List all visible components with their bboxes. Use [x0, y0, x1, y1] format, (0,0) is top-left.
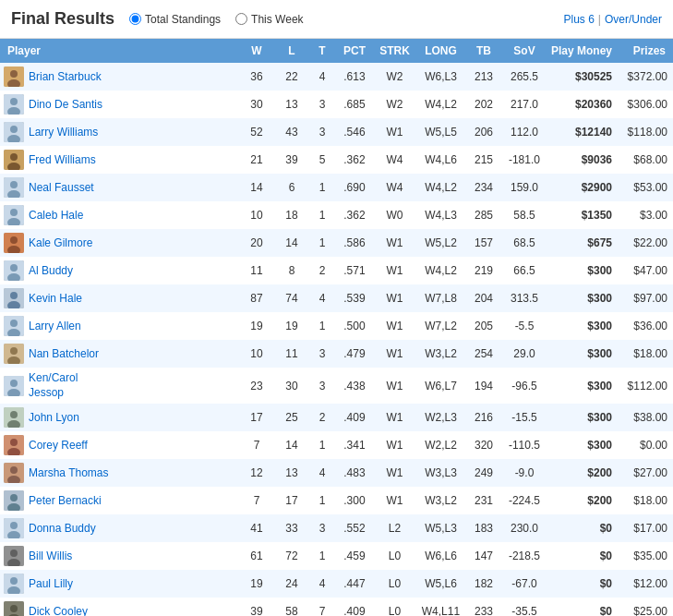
- long: W7,L2: [415, 312, 466, 340]
- plus6-link[interactable]: Plus 6: [563, 13, 594, 26]
- player-name[interactable]: Bill Willis: [29, 550, 72, 562]
- player-name[interactable]: Larry Williams: [29, 126, 98, 139]
- player-name[interactable]: Corey Reeff: [29, 439, 88, 452]
- prizes: $35.00: [618, 542, 673, 570]
- pct: .690: [335, 174, 374, 201]
- pct: .571: [335, 257, 374, 284]
- long: W4,L3: [415, 201, 466, 229]
- play-money: $12140: [547, 118, 618, 146]
- player-cell: Peter Bernacki: [0, 487, 239, 514]
- avatar: [4, 490, 24, 511]
- player-cell: Dick Cooley: [0, 598, 239, 616]
- radio-group: Total Standings This Week: [129, 13, 563, 26]
- pct: .409: [335, 404, 374, 431]
- ties: 3: [309, 118, 335, 146]
- radio-total-standings[interactable]: Total Standings: [129, 13, 221, 26]
- table-row: Kale Gilmore 20 14 1 .586 W1 W5,L2 157 6…: [0, 229, 673, 257]
- player-name[interactable]: Dino De Santis: [29, 98, 102, 111]
- pct: .447: [335, 570, 374, 598]
- table-row: Dick Cooley 39 58 7 .409 L0 W4,L11 233 -…: [0, 598, 673, 616]
- prizes: $18.00: [618, 487, 673, 514]
- tb: 233: [466, 598, 501, 616]
- player-name[interactable]: Peter Bernacki: [29, 494, 102, 507]
- results-table: Player W L T PCT STRK LONG TB SoV Play M…: [0, 39, 673, 616]
- losses: 8: [274, 257, 309, 284]
- ties: 3: [309, 91, 335, 118]
- link-separator: |: [598, 13, 601, 26]
- long: W3,L3: [415, 459, 466, 487]
- prizes: $3.00: [618, 201, 673, 229]
- svg-point-1: [10, 70, 18, 78]
- pct: .300: [335, 487, 374, 514]
- player-name[interactable]: Paul Lilly: [29, 577, 73, 590]
- player-name-2[interactable]: Jessop: [29, 386, 78, 401]
- tb: 204: [466, 284, 501, 312]
- avatar: [4, 574, 24, 594]
- player-cell: Kale Gilmore: [0, 229, 239, 257]
- radio-this-week[interactable]: This Week: [235, 13, 303, 26]
- player-name[interactable]: Kale Gilmore: [29, 236, 92, 249]
- player-cell: John Lyon: [0, 404, 239, 431]
- play-money: $20360: [547, 91, 618, 118]
- radio-this-week-input[interactable]: [235, 13, 247, 25]
- pct: .500: [335, 312, 374, 340]
- tb: 249: [466, 459, 501, 487]
- tb: 206: [466, 118, 501, 146]
- player-name[interactable]: Larry Allen: [29, 320, 81, 332]
- losses: 72: [274, 542, 309, 570]
- ties: 4: [309, 459, 335, 487]
- wins: 61: [239, 542, 274, 570]
- losses: 39: [274, 146, 309, 174]
- pct: .409: [335, 598, 374, 616]
- table-row: Neal Fausset 14 6 1 .690 W4 W4,L2 234 15…: [0, 174, 673, 201]
- losses: 11: [274, 340, 309, 368]
- prizes: $36.00: [618, 312, 673, 340]
- player-name[interactable]: Caleb Hale: [29, 209, 83, 222]
- prizes: $47.00: [618, 257, 673, 284]
- losses: 25: [274, 404, 309, 431]
- wins: 41: [239, 514, 274, 542]
- table-row: Dino De Santis 30 13 3 .685 W2 W4,L2 202…: [0, 91, 673, 118]
- player-name[interactable]: Al Buddy: [29, 264, 73, 277]
- player-name[interactable]: Fred Williams: [29, 153, 96, 166]
- wins: 14: [239, 174, 274, 201]
- sov: -224.5: [501, 487, 547, 514]
- player-cell: Bill Willis: [0, 542, 239, 570]
- play-money: $300: [547, 431, 618, 459]
- col-header-long: LONG: [415, 39, 466, 63]
- player-name[interactable]: Nan Batchelor: [29, 347, 99, 360]
- player-name[interactable]: Neal Fausset: [29, 181, 94, 194]
- player-name[interactable]: John Lyon: [29, 411, 79, 424]
- wins: 30: [239, 91, 274, 118]
- player-name[interactable]: Marsha Thomas: [29, 466, 108, 479]
- radio-total-standings-input[interactable]: [129, 13, 141, 25]
- player-name[interactable]: Dick Cooley: [29, 605, 88, 616]
- wins: 19: [239, 570, 274, 598]
- sov: -67.0: [501, 570, 547, 598]
- svg-point-55: [10, 577, 18, 585]
- avatar: [4, 94, 24, 115]
- long: W4,L2: [415, 257, 466, 284]
- player-name[interactable]: Kevin Hale: [29, 292, 82, 305]
- play-money: $300: [547, 257, 618, 284]
- losses: 17: [274, 487, 309, 514]
- long: W4,L2: [415, 91, 466, 118]
- ties: 3: [309, 368, 335, 404]
- player-name[interactable]: Donna Buddy: [29, 522, 96, 535]
- table-body: Brian Starbuck 36 22 4 .613 W2 W6,L3 213…: [0, 63, 673, 616]
- table-header-row: Player W L T PCT STRK LONG TB SoV Play M…: [0, 39, 673, 63]
- overunder-link[interactable]: Over/Under: [605, 13, 662, 26]
- prizes: $17.00: [618, 514, 673, 542]
- streak: W1: [374, 257, 415, 284]
- player-name[interactable]: Ken/Carol: [29, 371, 78, 386]
- play-money: $0: [547, 514, 618, 542]
- losses: 13: [274, 459, 309, 487]
- svg-point-40: [10, 439, 18, 446]
- player-name[interactable]: Brian Starbuck: [29, 70, 102, 83]
- prizes: $68.00: [618, 146, 673, 174]
- wins: 17: [239, 404, 274, 431]
- avatar: [4, 546, 24, 566]
- player-cell: Al Buddy: [0, 257, 239, 284]
- ties: 2: [309, 404, 335, 431]
- player-cell: Neal Fausset: [0, 174, 239, 201]
